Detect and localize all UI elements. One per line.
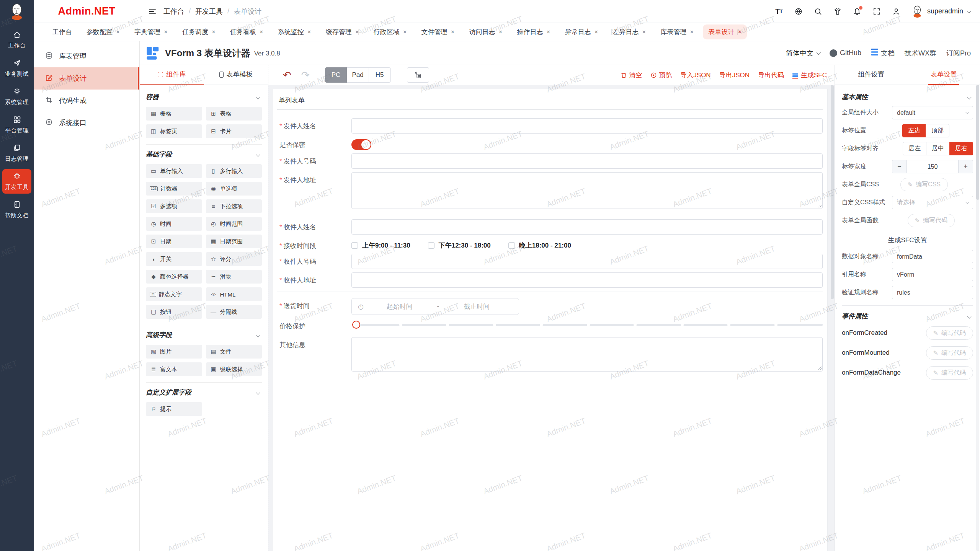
tab-item[interactable]: 字典管理×: [129, 24, 173, 39]
tab-item[interactable]: 差异日志×: [607, 24, 651, 39]
widget-tab-page[interactable]: ◫标签页: [146, 124, 202, 138]
field-receiver-phone[interactable]: *收件人号码: [276, 254, 823, 269]
device-pc-button[interactable]: PC: [325, 67, 347, 83]
checkbox-option[interactable]: 下午12:30 - 18:00: [428, 241, 491, 250]
node-tree-button[interactable]: [407, 67, 429, 83]
tab-widget-library[interactable]: 组件库: [140, 65, 204, 85]
widget-rate[interactable]: ☆评分: [206, 252, 262, 266]
write-code-button[interactable]: ✎ 编写代码: [926, 346, 973, 360]
tab-form-settings[interactable]: 表单设置: [908, 65, 980, 85]
tab-item[interactable]: 任务调度×: [177, 24, 221, 39]
rail-item-workbench[interactable]: 工作台: [2, 28, 31, 52]
tab-item[interactable]: 访问日志×: [464, 24, 508, 39]
widget-color-picker[interactable]: ◆颜色选择器: [146, 270, 202, 284]
tab-item[interactable]: 操作日志×: [511, 24, 555, 39]
secret-switch[interactable]: [351, 139, 371, 150]
checkbox-option[interactable]: 上午9:00 - 11:30: [351, 241, 410, 250]
rail-item-help-docs[interactable]: 帮助文档: [2, 197, 31, 222]
font-size-icon[interactable]: TT: [774, 7, 784, 16]
tab-close-icon[interactable]: ×: [594, 29, 598, 35]
field-price-protection[interactable]: 价格保护: [276, 318, 823, 334]
write-code-button[interactable]: ✎ 编写代码: [908, 214, 955, 227]
widget-number[interactable]: 123计数器: [146, 182, 202, 196]
widget-single-input[interactable]: ▭单行输入: [146, 164, 202, 178]
tab-close-icon[interactable]: ×: [690, 29, 694, 35]
field-sender-phone[interactable]: *发件人号码: [276, 153, 823, 169]
tab-close-icon[interactable]: ×: [546, 29, 550, 35]
export-code-button[interactable]: 导出代码: [758, 71, 784, 80]
tab-item[interactable]: 行政区域×: [368, 24, 412, 39]
align-center-button[interactable]: 居中: [926, 142, 950, 155]
sidebar-item-table-mgmt[interactable]: 库表管理: [34, 45, 139, 67]
align-left-button[interactable]: 居左: [903, 142, 926, 155]
field-receive-period[interactable]: *接收时间段 上午9:00 - 11:30下午12:30 - 18:00晚上18…: [276, 238, 823, 250]
preview-button[interactable]: 预览: [650, 71, 672, 80]
undo-icon[interactable]: ↶: [283, 70, 291, 80]
label-width-value[interactable]: 150: [907, 160, 958, 173]
sidebar-item-form-design[interactable]: 表单设计: [34, 67, 139, 90]
search-icon[interactable]: [813, 7, 823, 16]
redo-icon[interactable]: ↷: [301, 70, 310, 80]
checkbox-icon[interactable]: [351, 242, 358, 249]
tab-form-templates[interactable]: 表单模板: [204, 65, 268, 85]
custom-css-select[interactable]: 请选择: [892, 196, 973, 209]
tab-close-icon[interactable]: ×: [307, 29, 311, 35]
widget-date[interactable]: ⊡日期: [146, 235, 202, 248]
section-header[interactable]: 基础字段: [146, 150, 262, 159]
tab-close-icon[interactable]: ×: [212, 29, 216, 35]
field-other-info[interactable]: 其他信息: [276, 337, 823, 372]
widget-time-range[interactable]: ◴时间范围: [206, 217, 262, 231]
receiver-address-input[interactable]: [351, 272, 823, 288]
rail-item-log-mgmt[interactable]: 日志管理: [2, 141, 31, 165]
section-header[interactable]: 高级字段: [146, 331, 262, 339]
widget-cascader[interactable]: ▣级联选择: [206, 362, 262, 376]
docs-link[interactable]: 文档: [871, 49, 895, 58]
tab-item[interactable]: 表单设计×: [703, 24, 747, 39]
receiver-name-input[interactable]: [351, 219, 823, 235]
field-sender-name[interactable]: *发件人姓名: [276, 118, 823, 134]
language-select[interactable]: 简体中文: [786, 49, 820, 58]
label-position-top-button[interactable]: 顶部: [926, 124, 949, 137]
tab-close-icon[interactable]: ×: [499, 29, 503, 35]
export-json-button[interactable]: 导出JSON: [719, 71, 750, 80]
slider-track[interactable]: [354, 324, 823, 326]
tab-close-icon[interactable]: ×: [164, 29, 168, 35]
language-icon[interactable]: [794, 7, 803, 16]
increase-button[interactable]: +: [958, 160, 973, 173]
tab-close-icon[interactable]: ×: [642, 29, 646, 35]
generate-sfc-button[interactable]: 生成SFC: [792, 71, 827, 80]
settings-scrollbar[interactable]: [976, 85, 979, 551]
align-right-button[interactable]: 居右: [949, 142, 973, 155]
checkbox-icon[interactable]: [508, 242, 515, 249]
widget-checkbox[interactable]: ☑多选项: [146, 199, 202, 213]
tab-close-icon[interactable]: ×: [355, 29, 359, 35]
device-h5-button[interactable]: H5: [369, 67, 391, 83]
widget-table[interactable]: ⊞表格: [206, 107, 262, 121]
sidebar-item-code-gen[interactable]: 代码生成: [34, 90, 139, 112]
widget-slider[interactable]: ╼滑块: [206, 270, 262, 284]
widget-radio[interactable]: ◉单选项: [206, 182, 262, 196]
import-json-button[interactable]: 导入JSON: [680, 71, 710, 80]
tab-close-icon[interactable]: ×: [403, 29, 407, 35]
tab-item[interactable]: 工作台: [47, 24, 77, 39]
sidebar-item-system-api[interactable]: 系统接口: [34, 112, 139, 134]
field-receiver-address[interactable]: *收件人地址: [276, 272, 823, 288]
fullscreen-icon[interactable]: [872, 7, 881, 16]
sender-name-input[interactable]: [351, 118, 823, 134]
widget-divider[interactable]: —分隔线: [206, 305, 262, 319]
field-sender-address[interactable]: *发件人地址: [276, 172, 823, 209]
tab-close-icon[interactable]: ×: [260, 29, 263, 35]
collapse-menu-icon[interactable]: [148, 7, 157, 16]
widget-size-select[interactable]: default: [892, 106, 973, 119]
tab-item[interactable]: 库表管理×: [655, 24, 699, 39]
section-header[interactable]: 自定义扩展字段: [146, 388, 262, 397]
rail-item-system-mgmt[interactable]: 系统管理: [2, 84, 31, 109]
tab-item[interactable]: 系统监控×: [273, 24, 317, 39]
tab-widget-settings[interactable]: 组件设置: [835, 65, 908, 85]
rail-item-business-test[interactable]: 业务测试: [2, 56, 31, 80]
user-menu[interactable]: superadmin: [911, 5, 970, 18]
wx-group-link[interactable]: 技术WX群: [905, 49, 936, 58]
write-code-button[interactable]: ✎ 编写代码: [926, 366, 973, 380]
decrease-button[interactable]: −: [892, 160, 907, 173]
form-canvas[interactable]: 单列表单 *发件人姓名 是否保密: [272, 89, 828, 551]
